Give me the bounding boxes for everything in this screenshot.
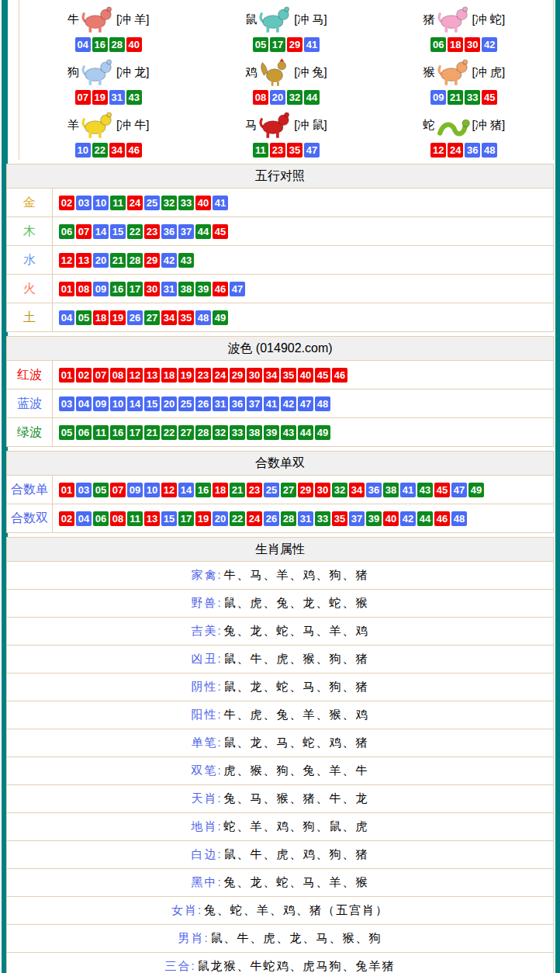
number-ball: 03 <box>76 196 92 210</box>
number-ball: 33 <box>178 196 194 210</box>
number-ball: 25 <box>264 483 279 497</box>
zodiac-cell: 鸡[冲 兔]08203244 <box>197 54 375 107</box>
number-ball: 09 <box>127 483 143 497</box>
attribute-row: 单笔:鼠、龙、马、蛇、鸡、猪 <box>7 729 554 757</box>
number-ball: 39 <box>366 511 382 526</box>
wave-color-title: 波色 (014902.com) <box>7 337 554 361</box>
number-ball: 17 <box>178 511 194 526</box>
number-ball: 16 <box>110 425 126 440</box>
zodiac-animal-name: 牛 <box>67 12 79 27</box>
number-ball: 26 <box>127 310 143 325</box>
number-ball: 04 <box>76 396 92 411</box>
wave-row-label: 绿波 <box>7 418 53 447</box>
number-ball: 35 <box>287 143 302 158</box>
number-ball: 09 <box>93 282 109 296</box>
zodiac-numbers: 11233547 <box>197 143 375 158</box>
number-ball: 48 <box>451 511 467 526</box>
element-row-label: 水 <box>7 246 53 275</box>
number-ball: 30 <box>465 37 480 52</box>
clash-label: [冲 龙] <box>116 65 150 80</box>
number-ball: 05 <box>253 37 268 52</box>
number-ball: 26 <box>264 511 279 526</box>
number-ball: 17 <box>127 282 143 296</box>
zodiac-name-line: 狗[冲 龙] <box>19 54 197 90</box>
number-ball: 43 <box>178 253 194 268</box>
wave-row-label: 红波 <box>7 361 53 390</box>
number-ball: 18 <box>448 37 463 52</box>
digit-sum-row: 合数单0103050709101214161821232527293032343… <box>7 476 554 504</box>
wave-row-numbers: 0102070812131819232429303435404546 <box>53 361 554 390</box>
zodiac-reference-page: 牛[冲 羊]04162840鼠[冲 马]05172941猪[冲 蛇]061830… <box>0 0 560 973</box>
number-ball: 46 <box>213 282 228 296</box>
zodiac-cell: 鼠[冲 马]05172941 <box>197 2 375 54</box>
number-ball: 49 <box>468 483 484 497</box>
number-ball: 21 <box>230 483 245 497</box>
attribute-label: 单笔: <box>191 736 222 749</box>
clash-label: [冲 鼠] <box>294 118 327 133</box>
number-ball: 48 <box>315 396 330 411</box>
number-ball: 39 <box>195 282 211 296</box>
number-ball: 01 <box>59 368 74 383</box>
number-ball: 31 <box>109 90 125 105</box>
number-ball: 34 <box>349 483 365 497</box>
zodiac-name-line: 鼠[冲 马] <box>197 2 375 37</box>
digit-sum-row-label: 合数双 <box>7 504 53 533</box>
number-ball: 35 <box>281 368 296 383</box>
attribute-row: 阴性:鼠、龙、蛇、马、狗、猪 <box>7 673 554 701</box>
zodiac-grid: 牛[冲 羊]04162840鼠[冲 马]05172941猪[冲 蛇]061830… <box>19 0 554 160</box>
digit-sum-table: 合数单双 合数单01030507091012141618212325272930… <box>6 451 554 533</box>
number-ball: 36 <box>366 483 382 497</box>
number-ball: 14 <box>93 224 109 239</box>
number-ball: 24 <box>247 511 262 526</box>
number-ball: 47 <box>304 143 320 158</box>
number-ball: 16 <box>92 37 108 52</box>
number-ball: 44 <box>417 511 433 526</box>
attribute-value: 兔、马、猴、猪、牛、龙 <box>224 791 369 805</box>
number-ball: 39 <box>264 425 279 440</box>
digit-sum-title: 合数单双 <box>7 452 554 476</box>
number-ball: 21 <box>448 90 463 105</box>
zodiac-numbers: 10223446 <box>19 143 197 158</box>
zodiac-animal-name: 羊 <box>67 118 79 133</box>
number-ball: 11 <box>93 425 109 440</box>
attribute-label: 男肖: <box>178 931 209 944</box>
attribute-cell: 吉美:兔、龙、蛇、马、羊、鸡 <box>7 618 554 646</box>
number-ball: 35 <box>178 310 194 325</box>
number-ball: 37 <box>178 224 194 239</box>
number-ball: 37 <box>247 396 262 411</box>
number-ball: 08 <box>110 368 126 383</box>
monkey-image <box>436 57 472 87</box>
number-ball: 11 <box>110 196 126 210</box>
wave-row: 红波0102070812131819232429303435404546 <box>7 361 554 390</box>
number-ball: 07 <box>110 483 126 497</box>
number-ball: 31 <box>213 396 228 411</box>
number-ball: 09 <box>430 90 446 105</box>
attribute-row: 地肖:蛇、羊、鸡、狗、鼠、虎 <box>7 813 554 841</box>
attribute-value: 虎、猴、狗、兔、羊、牛 <box>224 764 369 777</box>
attribute-row: 天肖:兔、马、猴、猪、牛、龙 <box>7 785 554 813</box>
number-ball: 43 <box>126 90 142 105</box>
number-ball: 09 <box>93 396 109 411</box>
number-ball: 28 <box>109 37 125 52</box>
number-ball: 20 <box>270 90 285 105</box>
number-ball: 04 <box>76 511 92 526</box>
number-ball: 12 <box>430 143 446 158</box>
number-ball: 28 <box>127 253 143 268</box>
number-ball: 02 <box>59 511 74 526</box>
zodiac-numbers: 04162840 <box>19 37 197 53</box>
number-ball: 29 <box>287 37 302 52</box>
attribute-label: 凶丑: <box>191 652 222 665</box>
number-ball: 23 <box>144 224 160 239</box>
five-elements-title: 五行对照 <box>7 164 554 189</box>
number-ball: 44 <box>304 90 320 105</box>
number-ball: 40 <box>126 37 142 52</box>
attribute-cell: 男肖:鼠、牛、虎、龙、马、猴、狗 <box>7 925 554 953</box>
number-ball: 16 <box>110 282 126 296</box>
attribute-label: 阳性: <box>191 708 222 721</box>
number-ball: 27 <box>144 310 160 325</box>
number-ball: 18 <box>213 483 228 497</box>
zodiac-cell: 狗[冲 龙]07193143 <box>19 54 197 107</box>
number-ball: 08 <box>76 282 92 296</box>
attribute-value: 牛、马、羊、鸡、狗、猪 <box>224 568 369 581</box>
number-ball: 26 <box>195 396 211 411</box>
